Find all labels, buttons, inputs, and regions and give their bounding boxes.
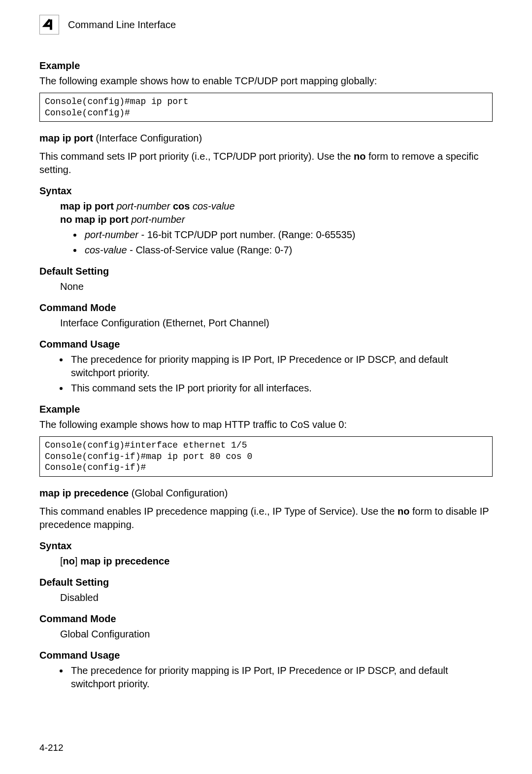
example-intro-if: The following example shows how to map H… [39, 418, 493, 431]
command-title: map ip precedence (Global Configuration) [39, 487, 493, 500]
heading-mode-prec: Command Mode [39, 612, 493, 626]
param-desc: - 16-bit TCP/UDP port number. (Range: 0-… [138, 229, 356, 240]
mode-value-prec: Global Configuration [39, 628, 493, 641]
usage-list: The precedence for priority mapping is I… [39, 353, 493, 395]
param-item: port-number - 16-bit TCP/UDP port number… [83, 228, 493, 242]
usage-item: This command sets the IP port priority f… [69, 382, 493, 395]
usage-item: The precedence for priority mapping is I… [69, 353, 493, 380]
command-title: map ip port (Interface Configuration) [39, 132, 493, 145]
cmd-name: map ip port [39, 133, 93, 143]
desc-prefix: This command enables IP precedence mappi… [39, 506, 398, 517]
param-term: port-number [85, 229, 138, 240]
syntax-l1-b2: cos [170, 201, 193, 211]
section-map-ip-precedence: map ip precedence (Global Configuration)… [39, 487, 493, 691]
code-example-if: Console(config)#interface ethernet 1/5 C… [39, 436, 493, 477]
header-title: Command Line Interface [68, 18, 176, 32]
default-value: None [39, 280, 493, 293]
syntax-br2: ] [75, 556, 80, 566]
page-number: 4-212 [39, 741, 64, 754]
desc-prefix: This command sets IP port priority (i.e.… [39, 151, 354, 162]
syntax-line-1: map ip port port-number cos cos-value [60, 200, 493, 213]
section-example-global: Example The following example shows how … [39, 59, 493, 122]
param-term: cos-value [85, 245, 127, 255]
cmd-context: (Interface Configuration) [93, 133, 202, 143]
heading-default: Default Setting [39, 265, 493, 278]
chapter-number-icon [39, 15, 59, 35]
number-4-icon [42, 18, 56, 32]
document-page: Command Line Interface Example The follo… [0, 0, 532, 774]
cmd-name: map ip precedence [39, 488, 129, 498]
syntax-line-2: no map ip port port-number [60, 213, 493, 226]
cmd-description: This command enables IP precedence mappi… [39, 505, 493, 531]
syntax-block: map ip port port-number cos cos-value no… [39, 200, 493, 226]
usage-item: The precedence for priority mapping is I… [69, 664, 493, 691]
syntax-l1-i1: port-number [116, 201, 170, 211]
syntax-l1-i2: cos-value [193, 201, 235, 211]
page-header: Command Line Interface [39, 15, 493, 35]
example-intro: The following example shows how to enabl… [39, 74, 493, 88]
heading-example-if: Example [39, 403, 493, 416]
heading-syntax: Syntax [39, 184, 493, 198]
syntax-l2-i1: port-number [131, 214, 185, 225]
cmd-context: (Global Configuration) [129, 488, 228, 498]
desc-no: no [354, 151, 366, 162]
heading-mode: Command Mode [39, 301, 493, 315]
desc-no: no [398, 506, 409, 517]
param-list: port-number - 16-bit TCP/UDP port number… [39, 228, 493, 257]
heading-usage-prec: Command Usage [39, 649, 493, 662]
param-item: cos-value - Class-of-Service value (Rang… [83, 244, 493, 257]
syntax-b1: no [63, 556, 75, 566]
section-map-ip-port: map ip port (Interface Configuration) Th… [39, 132, 493, 477]
usage-list-prec: The precedence for priority mapping is I… [39, 664, 493, 691]
syntax-b2: map ip precedence [80, 556, 169, 566]
syntax-block-prec: [no] map ip precedence [39, 555, 493, 568]
heading-default-prec: Default Setting [39, 576, 493, 589]
heading-syntax-prec: Syntax [39, 539, 493, 553]
heading-example: Example [39, 59, 493, 72]
cmd-description: This command sets IP port priority (i.e.… [39, 150, 493, 176]
syntax-l1-b1: map ip port [60, 201, 116, 211]
default-value-prec: Disabled [39, 591, 493, 604]
syntax-l2-b1: no map ip port [60, 214, 131, 225]
heading-usage: Command Usage [39, 338, 493, 351]
mode-value: Interface Configuration (Ethernet, Port … [39, 317, 493, 330]
code-example-global: Console(config)#map ip port Console(conf… [39, 93, 493, 122]
param-desc: - Class-of-Service value (Range: 0-7) [127, 245, 293, 255]
